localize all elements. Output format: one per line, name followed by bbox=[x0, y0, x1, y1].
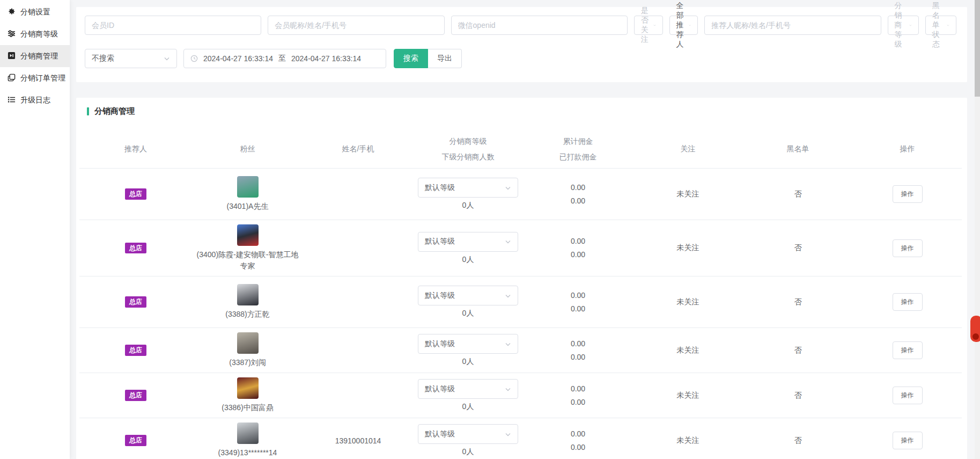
level-cell: 默认等级 0人 bbox=[413, 169, 523, 220]
column-header: 粉丝 bbox=[192, 130, 303, 168]
referrer-cell: 总店 bbox=[79, 169, 192, 220]
commission-total: 0.00 bbox=[571, 290, 585, 301]
scrollbar-thumb[interactable] bbox=[975, 0, 980, 97]
level-select[interactable]: 默认等级 bbox=[418, 334, 518, 354]
sidebar-item-upgrade-log[interactable]: 升级日志 bbox=[0, 89, 70, 111]
row-action-button[interactable]: 操作 bbox=[893, 239, 923, 257]
floating-widget[interactable] bbox=[970, 316, 980, 342]
row-action-button[interactable]: 操作 bbox=[893, 341, 923, 359]
follow-cell: 未关注 bbox=[633, 220, 743, 276]
sidebar-item-distribution-orders[interactable]: 分销订单管理 bbox=[0, 67, 70, 89]
fan-name: (3387)刘闯 bbox=[229, 357, 266, 368]
row-action-button[interactable]: 操作 bbox=[893, 432, 923, 449]
table-row: 总店 (3401)A先生 默认等级 0人 0.00 0.00 未关注 否 操作 bbox=[79, 168, 962, 220]
sidebar: 分销设置 分销商等级 分销商管理 分销订单管理 升级日志 bbox=[0, 0, 70, 459]
follow-cell: 未关注 bbox=[633, 373, 743, 418]
chevron-down-icon bbox=[505, 341, 511, 347]
row-action-button[interactable]: 操作 bbox=[893, 185, 923, 203]
search-button[interactable]: 搜索 bbox=[394, 49, 428, 68]
level-select[interactable]: 默认等级 bbox=[418, 424, 518, 444]
column-header: 分销商等级下级分销商人数 bbox=[413, 130, 523, 168]
chevron-down-icon bbox=[653, 22, 656, 28]
referrer-cell: 总店 bbox=[79, 220, 192, 276]
name-phone-cell bbox=[303, 276, 413, 327]
fan-cell: (3349)13*******14 bbox=[192, 418, 303, 459]
referrer-nickname-input[interactable] bbox=[704, 16, 881, 35]
commission-paid: 0.00 bbox=[571, 442, 585, 453]
share-square-icon bbox=[8, 52, 16, 61]
name-phone-cell bbox=[303, 220, 413, 276]
blacklist-cell: 否 bbox=[743, 328, 853, 373]
chevron-down-icon bbox=[505, 431, 511, 438]
name-phone-cell bbox=[303, 328, 413, 373]
referrer-select[interactable]: 全部推荐人 bbox=[669, 16, 698, 35]
chevron-down-icon bbox=[909, 22, 912, 28]
member-id-input[interactable] bbox=[85, 16, 261, 35]
sliders-icon bbox=[8, 30, 16, 39]
sidebar-item-distribution-settings[interactable]: 分销设置 bbox=[0, 1, 70, 23]
filter-card: 是否关注 全部推荐人 分销商等级 黑名单状态 不搜索 bbox=[76, 7, 967, 82]
commission-total: 0.00 bbox=[571, 236, 585, 246]
level-select[interactable]: 默认等级 bbox=[418, 286, 518, 305]
sidebar-item-label: 分销订单管理 bbox=[20, 74, 65, 83]
follow-status-select[interactable]: 是否关注 bbox=[634, 16, 663, 35]
action-cell: 操作 bbox=[853, 220, 962, 276]
export-button[interactable]: 导出 bbox=[428, 49, 462, 68]
action-cell: 操作 bbox=[853, 328, 962, 373]
distributor-level-select[interactable]: 分销商等级 bbox=[888, 16, 919, 35]
fan-cell: (3386)中国富鼎 bbox=[192, 373, 303, 418]
row-action-button[interactable]: 操作 bbox=[893, 387, 923, 404]
wechat-openid-input[interactable] bbox=[451, 16, 628, 35]
blacklist-status-select[interactable]: 黑名单状态 bbox=[925, 16, 956, 35]
level-select[interactable]: 默认等级 bbox=[418, 232, 518, 252]
chevron-down-icon bbox=[164, 55, 170, 62]
commission-total: 0.00 bbox=[571, 429, 585, 439]
referrer-cell: 总店 bbox=[79, 373, 192, 418]
commission-paid: 0.00 bbox=[571, 397, 585, 407]
sidebar-item-label: 升级日志 bbox=[20, 96, 50, 105]
level-select[interactable]: 默认等级 bbox=[418, 379, 518, 399]
title-accent-bar bbox=[87, 107, 89, 115]
column-header: 姓名/手机 bbox=[303, 130, 413, 168]
commission-paid: 0.00 bbox=[571, 250, 585, 260]
referrer-badge: 总店 bbox=[125, 243, 146, 253]
referrer-badge: 总店 bbox=[125, 296, 146, 307]
sidebar-item-label: 分销商等级 bbox=[20, 30, 58, 39]
commission-paid: 0.00 bbox=[571, 196, 585, 206]
level-select[interactable]: 默认等级 bbox=[418, 178, 518, 198]
action-cell: 操作 bbox=[853, 373, 962, 418]
commission-paid: 0.00 bbox=[571, 352, 585, 362]
sidebar-item-distributor-management[interactable]: 分销商管理 bbox=[0, 45, 70, 67]
commission-total: 0.00 bbox=[571, 183, 585, 193]
fan-name: (3388)方正乾 bbox=[225, 309, 269, 320]
level-cell: 默认等级 0人 bbox=[413, 220, 523, 276]
fan-avatar bbox=[237, 176, 259, 198]
column-header: 累计佣金已打款佣金 bbox=[523, 130, 633, 168]
sidebar-item-label: 分销商管理 bbox=[20, 52, 58, 61]
fan-avatar bbox=[237, 377, 259, 399]
member-nickname-input[interactable] bbox=[268, 16, 444, 35]
chevron-down-icon bbox=[505, 185, 511, 191]
copy-pages-icon bbox=[8, 74, 16, 83]
search-mode-select[interactable]: 不搜索 bbox=[85, 49, 177, 68]
commission-cell: 0.00 0.00 bbox=[523, 373, 633, 418]
blacklist-cell: 否 bbox=[743, 418, 853, 459]
fan-name: (3386)中国富鼎 bbox=[222, 402, 273, 413]
blacklist-cell: 否 bbox=[743, 373, 853, 418]
commission-paid: 0.00 bbox=[571, 304, 585, 314]
list-icon bbox=[8, 96, 16, 105]
action-cell: 操作 bbox=[853, 169, 962, 220]
fan-name: (3400)陈霞-建安物联-智慧工地专家 bbox=[194, 249, 301, 272]
row-action-button[interactable]: 操作 bbox=[893, 293, 923, 311]
sidebar-item-label: 分销设置 bbox=[20, 8, 50, 17]
commission-cell: 0.00 0.00 bbox=[523, 169, 633, 220]
date-range-picker[interactable]: 2024-04-27 16:33:14 至 2024-04-27 16:33:1… bbox=[183, 49, 386, 68]
chevron-down-icon bbox=[689, 22, 691, 28]
fan-cell: (3401)A先生 bbox=[192, 169, 303, 220]
fan-avatar bbox=[237, 422, 259, 444]
clock-icon bbox=[190, 55, 198, 62]
date-separator: 至 bbox=[278, 54, 286, 63]
fan-name: (3349)13*******14 bbox=[218, 447, 277, 458]
level-cell: 默认等级 0人 bbox=[413, 373, 523, 418]
sidebar-item-distributor-levels[interactable]: 分销商等级 bbox=[0, 23, 70, 45]
